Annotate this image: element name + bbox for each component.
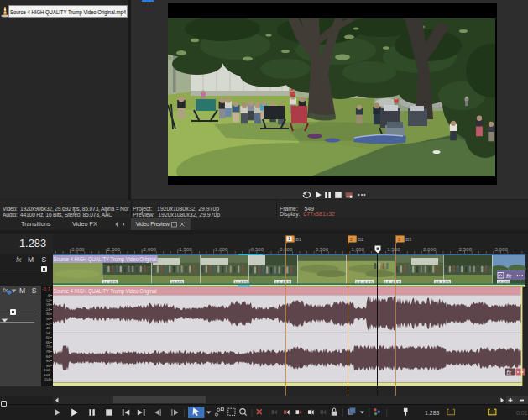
- svg-text:60: 60: [45, 336, 50, 340]
- svg-text:36: 36: [45, 317, 50, 321]
- svg-text:2: 2: [350, 236, 353, 241]
- svg-text:66: 66: [45, 340, 50, 344]
- svg-text:0,500: 0,500: [316, 246, 329, 252]
- svg-text:-2,500: -2,500: [106, 246, 121, 252]
- svg-text:14.43%: 14.43%: [103, 280, 118, 283]
- svg-text:B2: B2: [358, 236, 363, 241]
- svg-text:84: 84: [45, 354, 50, 359]
- svg-text:fx: fx: [506, 272, 512, 280]
- svg-text:24: 24: [45, 307, 50, 312]
- svg-text:14.43%: 14.43%: [235, 280, 248, 283]
- svg-text:72: 72: [45, 345, 50, 349]
- svg-text:3,000: 3,000: [494, 246, 508, 252]
- svg-text:6: 6: [48, 293, 50, 297]
- svg-text:78: 78: [45, 349, 50, 354]
- svg-text:96: 96: [45, 364, 50, 368]
- svg-text:-1,500: -1,500: [177, 246, 192, 252]
- svg-text:3: 3: [398, 236, 400, 241]
- svg-text:114: 114: [44, 378, 50, 382]
- svg-text:30: 30: [45, 312, 50, 317]
- svg-text:18: 18: [45, 303, 50, 307]
- svg-text:48: 48: [45, 326, 50, 330]
- svg-text:14.43%: 14.43%: [384, 280, 401, 283]
- svg-text:90: 90: [45, 359, 50, 363]
- svg-text:1,000: 1,000: [352, 246, 365, 252]
- svg-text:54: 54: [45, 331, 50, 335]
- svg-text:14.43%: 14.43%: [498, 280, 510, 283]
- svg-text:-0,500: -0,500: [249, 246, 264, 252]
- svg-text:fx: fx: [507, 370, 512, 375]
- svg-text:Source 4 HIGH QUALITY Trump Vi: Source 4 HIGH QUALITY Trump Video Origin…: [54, 256, 157, 263]
- svg-text:1,500: 1,500: [387, 246, 400, 252]
- svg-text:12: 12: [45, 298, 50, 302]
- svg-text:14.43%: 14.43%: [356, 280, 374, 283]
- svg-text:B1: B1: [295, 236, 301, 241]
- svg-text:2,500: 2,500: [459, 246, 473, 252]
- svg-text:Source 4 HIGH QUALITY Trump Vi: Source 4 HIGH QUALITY Trump Video Origin…: [54, 289, 157, 296]
- svg-text:108: 108: [44, 373, 50, 377]
- svg-text:102: 102: [44, 369, 50, 373]
- svg-text:14.43%: 14.43%: [171, 280, 184, 283]
- svg-text:14.43%: 14.43%: [435, 280, 451, 283]
- svg-text:14.43%: 14.43%: [275, 280, 291, 283]
- svg-text:-1,000: -1,000: [213, 246, 228, 252]
- svg-text:1: 1: [288, 236, 290, 241]
- svg-text:-2,000: -2,000: [142, 246, 157, 252]
- svg-text:-3,000: -3,000: [70, 246, 85, 252]
- svg-text:2,000: 2,000: [423, 246, 437, 252]
- svg-text:B3: B3: [405, 236, 411, 241]
- svg-text:0,000: 0,000: [280, 246, 293, 252]
- svg-text:Source 4 HIGH QUALITY Trump Vi: Source 4 HIGH QUALITY Trump Video Origin…: [10, 8, 126, 16]
- svg-text:42: 42: [45, 322, 50, 326]
